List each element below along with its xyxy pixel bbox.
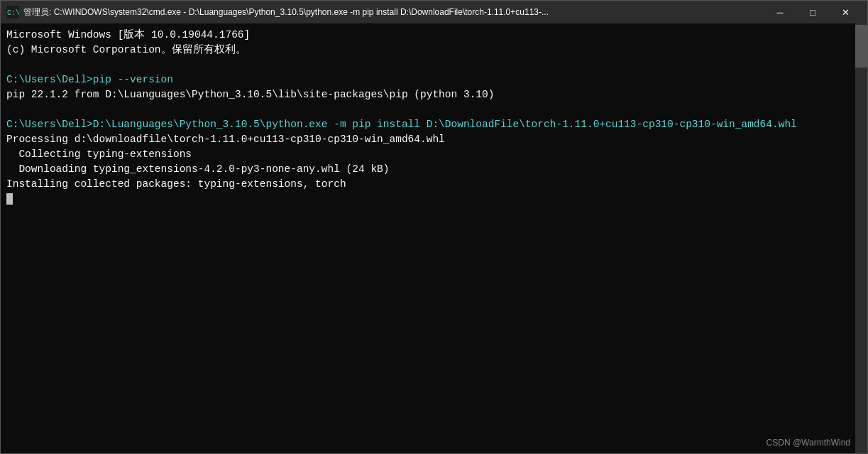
watermark: CSDN @WarmthWind	[767, 438, 850, 448]
title-bar: C:\ 管理员: C:\WINDOWS\system32\cmd.exe - D…	[1, 1, 867, 23]
window-controls: ─ □ ✕	[764, 1, 862, 23]
window-title: 管理员: C:\WINDOWS\system32\cmd.exe - D:\Lu…	[23, 6, 758, 18]
console-line: Microsoft Windows [版本 10.0.19044.1766]	[6, 28, 862, 43]
maximize-button[interactable]: □	[796, 1, 829, 23]
cmd-icon: C:\	[6, 6, 19, 18]
minimize-button[interactable]: ─	[764, 1, 796, 23]
cursor	[6, 193, 13, 205]
console-line	[6, 58, 862, 72]
console-line: Downloading typing_extensions-4.2.0-py3-…	[6, 162, 862, 177]
scrollbar[interactable]	[855, 23, 867, 453]
console-line	[6, 102, 862, 117]
svg-text:C:\: C:\	[7, 9, 19, 17]
console-line: Collecting typing-extensions	[6, 147, 862, 162]
console-body[interactable]: Microsoft Windows [版本 10.0.19044.1766] (…	[1, 23, 867, 453]
console-line: C:\Users\Dell>pip --version	[6, 72, 862, 87]
cursor-line	[6, 192, 862, 207]
console-line: Installing collected packages: typing-ex…	[6, 177, 862, 192]
cmd-window: C:\ 管理员: C:\WINDOWS\system32\cmd.exe - D…	[0, 0, 868, 454]
console-line: (c) Microsoft Corporation。保留所有权利。	[6, 43, 862, 58]
console-line: C:\Users\Dell>D:\Luanguages\Python_3.10.…	[6, 117, 862, 132]
console-line: Processing d:\downloadfile\torch-1.11.0+…	[6, 132, 862, 147]
scrollbar-thumb[interactable]	[855, 25, 867, 67]
close-button[interactable]: ✕	[829, 1, 862, 23]
console-line: pip 22.1.2 from D:\Luanguages\Python_3.1…	[6, 87, 862, 102]
